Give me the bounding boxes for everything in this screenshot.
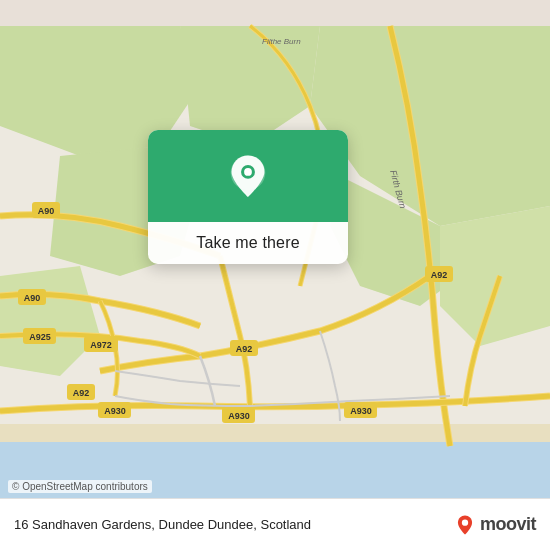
svg-text:A930: A930 bbox=[228, 411, 250, 421]
osm-credit-text: © OpenStreetMap contributors bbox=[12, 481, 148, 492]
take-me-there-button[interactable]: Take me there bbox=[148, 222, 348, 264]
svg-text:A90: A90 bbox=[24, 293, 41, 303]
svg-text:A930: A930 bbox=[350, 406, 372, 416]
svg-rect-2 bbox=[0, 424, 550, 442]
svg-point-34 bbox=[244, 168, 252, 176]
map-container: A90 A90 A925 A972 A92 A92 A92 A930 A930 … bbox=[0, 0, 550, 550]
svg-text:A90: A90 bbox=[38, 206, 55, 216]
svg-text:Filthe Burn: Filthe Burn bbox=[262, 37, 301, 46]
bottom-bar: 16 Sandhaven Gardens, Dundee Dundee, Sco… bbox=[0, 498, 550, 550]
svg-text:A92: A92 bbox=[431, 270, 448, 280]
popup-icon-area bbox=[148, 130, 348, 222]
moovit-pin-icon bbox=[454, 514, 476, 536]
svg-text:A972: A972 bbox=[90, 340, 112, 350]
moovit-logo: moovit bbox=[454, 514, 536, 536]
map-background: A90 A90 A925 A972 A92 A92 A92 A930 A930 … bbox=[0, 0, 550, 550]
address-text: 16 Sandhaven Gardens, Dundee Dundee, Sco… bbox=[14, 517, 311, 532]
moovit-text: moovit bbox=[480, 514, 536, 535]
svg-text:A925: A925 bbox=[29, 332, 51, 342]
osm-credit: © OpenStreetMap contributors bbox=[8, 480, 152, 493]
svg-text:A92: A92 bbox=[236, 344, 253, 354]
svg-point-35 bbox=[462, 519, 468, 525]
location-pin-icon bbox=[222, 152, 274, 204]
popup-card: Take me there bbox=[148, 130, 348, 264]
svg-text:A930: A930 bbox=[104, 406, 126, 416]
svg-text:A92: A92 bbox=[73, 388, 90, 398]
